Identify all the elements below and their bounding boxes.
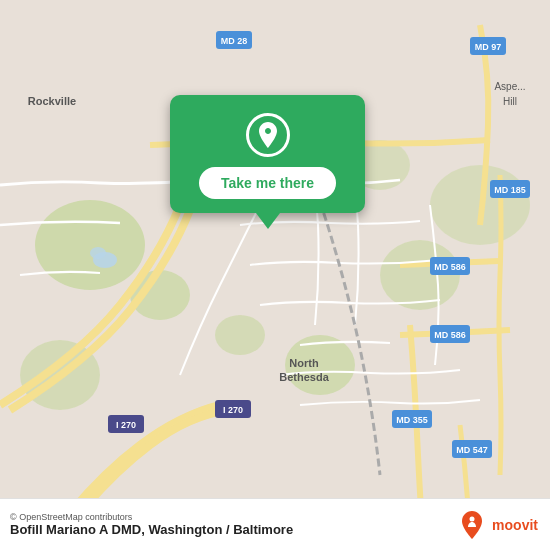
popup-card: Take me there <box>170 95 365 213</box>
moovit-logo: moovit <box>456 509 538 541</box>
svg-point-1 <box>35 200 145 290</box>
svg-text:MD 28: MD 28 <box>221 36 248 46</box>
svg-text:Bethesda: Bethesda <box>279 371 329 383</box>
moovit-icon <box>456 509 488 541</box>
svg-point-3 <box>215 315 265 355</box>
copyright-text: © OpenStreetMap contributors <box>10 512 293 522</box>
svg-text:I 270: I 270 <box>223 405 243 415</box>
svg-text:MD 185: MD 185 <box>494 185 526 195</box>
svg-text:Rockville: Rockville <box>28 95 76 107</box>
svg-text:Hill: Hill <box>503 96 517 107</box>
svg-text:MD 547: MD 547 <box>456 445 488 455</box>
svg-text:MD 586: MD 586 <box>434 330 466 340</box>
svg-text:Aspe...: Aspe... <box>494 81 525 92</box>
svg-point-38 <box>470 516 475 521</box>
bottom-left-info: © OpenStreetMap contributors Bofill Mari… <box>10 512 293 537</box>
svg-text:MD 586: MD 586 <box>434 262 466 272</box>
svg-text:I 270: I 270 <box>116 420 136 430</box>
svg-text:MD 97: MD 97 <box>475 42 502 52</box>
map-background: MD 28 MD 97 MD 586 MD 586 MD 586 MD 185 … <box>0 0 550 550</box>
svg-text:MD 355: MD 355 <box>396 415 428 425</box>
svg-text:North: North <box>289 357 319 369</box>
location-icon-circle <box>246 113 290 157</box>
take-me-there-button[interactable]: Take me there <box>199 167 336 199</box>
moovit-text: moovit <box>492 517 538 533</box>
map-container: MD 28 MD 97 MD 586 MD 586 MD 586 MD 185 … <box>0 0 550 550</box>
bottom-bar: © OpenStreetMap contributors Bofill Mari… <box>0 498 550 550</box>
svg-point-10 <box>90 247 106 259</box>
location-name: Bofill Mariano A DMD, Washington / Balti… <box>10 522 293 537</box>
